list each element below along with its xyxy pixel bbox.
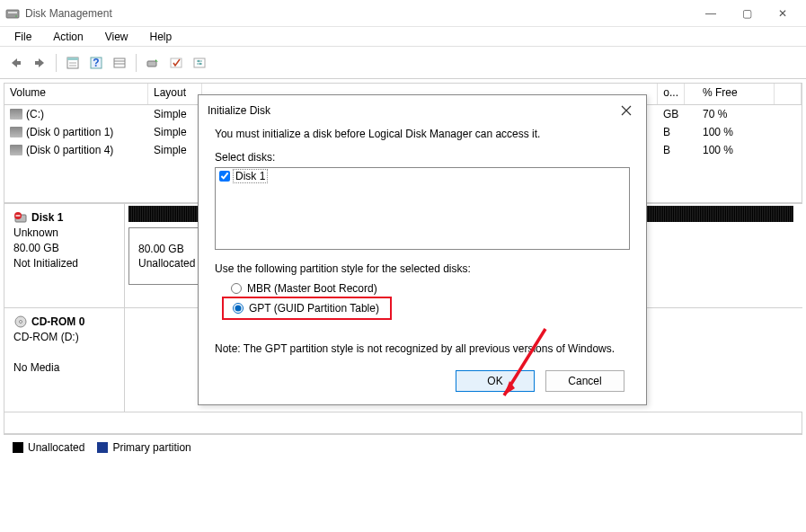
drive-icon (10, 127, 22, 137)
dialog-buttons: OK Cancel (215, 370, 630, 392)
svg-point-19 (198, 59, 199, 61)
svg-rect-1 (8, 12, 17, 13)
drive-icon (10, 109, 22, 120)
volume-free: 100 % (685, 143, 775, 157)
close-button[interactable]: ✕ (765, 3, 801, 24)
volume-layout: Simple (148, 107, 202, 121)
volume-cap: GB (658, 107, 685, 121)
legend-item: Unallocated (13, 441, 84, 454)
toolbar-view-icon[interactable] (109, 52, 130, 74)
disk-error-icon (13, 211, 28, 224)
svg-text:?: ? (93, 57, 99, 69)
app-icon (5, 6, 20, 21)
window-controls: — ▢ ✕ (693, 3, 801, 24)
window-title: Disk Management (25, 7, 693, 20)
radio-mbr-input[interactable] (231, 283, 242, 294)
disk-status: Unknown (13, 226, 117, 239)
volume-free: 100 % (685, 125, 775, 139)
dialog-title: Initialize Disk (208, 104, 616, 117)
disk-path: CD-ROM (D:) (13, 331, 117, 343)
volume-layout: Simple (148, 125, 202, 139)
menu-action[interactable]: Action (44, 29, 92, 45)
volume-name: (Disk 0 partition 1) (26, 126, 113, 138)
svg-rect-3 (15, 61, 21, 65)
volume-cap: B (658, 143, 685, 157)
volume-name: (C:) (26, 108, 44, 120)
legend-swatch (97, 442, 108, 453)
toolbar: ? (0, 47, 806, 79)
svg-rect-14 (147, 61, 156, 66)
partition-style-label: Use the following partition style for th… (215, 262, 630, 275)
dialog-message: You must initialize a disk before Logica… (215, 128, 630, 140)
svg-rect-0 (6, 10, 19, 18)
disk-info-panel[interactable]: Disk 1 Unknown 80.00 GB Not Initialized (4, 204, 125, 307)
toolbar-properties-icon[interactable] (62, 52, 84, 74)
menu-view[interactable]: View (96, 29, 137, 45)
menu-help[interactable]: Help (141, 29, 182, 45)
col-header-free[interactable]: % Free (685, 84, 775, 104)
volume-cap: B (658, 125, 685, 139)
maximize-button[interactable]: ▢ (729, 3, 765, 24)
volume-free: 70 % (685, 107, 775, 121)
disk-item-label: Disk 1 (233, 169, 268, 183)
toolbar-refresh-icon[interactable] (142, 52, 164, 74)
minimize-button[interactable]: — (693, 3, 729, 24)
svg-rect-4 (35, 61, 40, 65)
disk-select-listbox[interactable]: Disk 1 (215, 167, 630, 250)
col-header-capacity[interactable]: o... (658, 84, 685, 104)
toolbar-help-icon[interactable]: ? (85, 52, 107, 74)
col-header-volume[interactable]: Volume (4, 84, 148, 104)
toolbar-check-icon[interactable] (165, 52, 187, 74)
col-header-spacer (775, 84, 802, 104)
radio-gpt-label: GPT (GUID Partition Table) (249, 302, 379, 315)
disk-media-status: No Media (13, 361, 117, 374)
menu-file[interactable]: File (5, 29, 40, 45)
svg-rect-16 (194, 58, 205, 67)
svg-rect-23 (16, 215, 21, 216)
dialog-note: Note: The GPT partition style is not rec… (215, 341, 630, 356)
forward-button[interactable] (29, 52, 50, 74)
drive-icon (10, 145, 22, 155)
svg-rect-11 (114, 58, 125, 67)
disk-title: Disk 1 (13, 211, 117, 224)
radio-mbr[interactable]: MBR (Master Boot Record) (222, 280, 630, 297)
ok-button[interactable]: OK (456, 370, 535, 392)
highlight-annotation: GPT (GUID Partition Table) (222, 297, 392, 320)
disk-title: CD-ROM 0 (13, 315, 117, 328)
list-item[interactable]: Disk 1 (216, 168, 629, 184)
radio-gpt[interactable]: GPT (GUID Partition Table) (224, 298, 390, 318)
disk-size: 80.00 GB (13, 242, 117, 254)
radio-gpt-input[interactable] (233, 303, 244, 314)
dialog-close-button[interactable] (616, 100, 637, 121)
back-button[interactable] (5, 52, 27, 74)
dialog-body: You must initialize a disk before Logica… (199, 126, 646, 404)
col-header-layout[interactable]: Layout (148, 84, 202, 104)
menu-bar: File Action View Help (0, 27, 806, 47)
initialize-disk-dialog: Initialize Disk You must initialize a di… (198, 94, 647, 405)
svg-point-20 (199, 62, 201, 64)
cancel-button[interactable]: Cancel (545, 370, 624, 392)
title-bar: Disk Management — ▢ ✕ (0, 0, 806, 27)
disk-init-status: Not Initialized (13, 257, 117, 270)
legend-item: Primary partition (97, 441, 190, 454)
cdrom-icon (13, 315, 28, 328)
svg-point-2 (15, 15, 17, 17)
toolbar-settings-icon[interactable] (189, 52, 210, 74)
svg-point-25 (20, 321, 22, 324)
legend: Unallocated Primary partition (4, 434, 802, 459)
svg-rect-6 (67, 58, 78, 60)
radio-mbr-label: MBR (Master Boot Record) (247, 282, 377, 295)
dialog-titlebar: Initialize Disk (199, 95, 646, 126)
legend-swatch (13, 442, 23, 453)
volume-name: (Disk 0 partition 4) (26, 144, 113, 156)
volume-layout: Simple (148, 143, 202, 157)
disk-checkbox[interactable] (219, 171, 230, 182)
select-disks-label: Select disks: (215, 151, 630, 164)
disk-info-panel[interactable]: CD-ROM 0 CD-ROM (D:) No Media (4, 308, 125, 412)
